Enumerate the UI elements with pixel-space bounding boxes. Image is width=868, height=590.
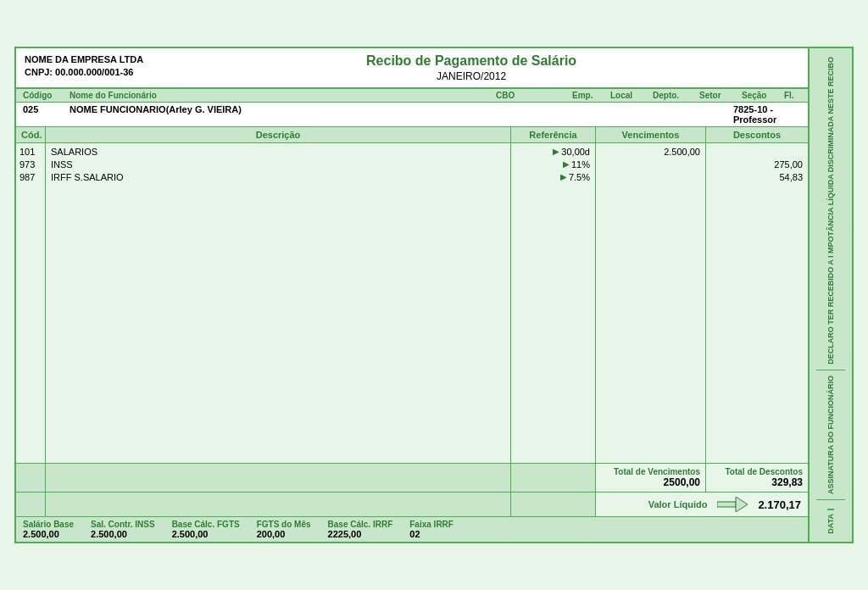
base-calc-fgts-value: 2.500,00: [172, 529, 240, 539]
total-desc-col: Total de Descontos 329,83: [706, 464, 808, 492]
bottom-fgts-mes: FGTS do Mês 200,00: [257, 520, 311, 539]
item-cod-1: 973: [19, 159, 42, 170]
sidebar-divider-2: [816, 499, 845, 500]
item-desc-2: IRFF S.SALARIO: [51, 172, 505, 182]
sidebar-data-label: DATA: [826, 514, 835, 534]
item-cod-2: 987: [19, 172, 42, 182]
col-label-secao: Seção: [742, 91, 776, 100]
item-desc-0: SALARIOS: [51, 147, 505, 157]
col-label-cbo: CBO: [496, 91, 564, 100]
company-name: NOME DA EMPRESA LTDA: [25, 53, 143, 66]
item-desc-val-1: 275,00: [711, 159, 803, 170]
valor-liquido-container: Valor Líquido 2.170,17: [596, 493, 808, 516]
bottom-section: Salário Base 2.500,00 Sal. Contr. INSS 2…: [16, 516, 808, 542]
cod-column: 101 973 987: [16, 143, 46, 464]
valor-liquido-row: Valor Líquido 2.170,17: [16, 492, 808, 516]
item-cod-0: 101: [19, 147, 42, 157]
desc-val-column: 275,00 54,83: [706, 143, 808, 464]
sidebar-text-assinatura: ASSINATURA DO FUNCIONÁRIO: [826, 376, 836, 494]
venc-column: 2.500,00: [596, 143, 706, 464]
col-header-cod: Cód.: [16, 127, 46, 142]
sidebar-line-data: [827, 509, 834, 510]
employee-nome: NOME FUNCIONARIO(Arley G. VIEIRA): [70, 104, 725, 125]
col-header-descricao: Descrição: [46, 127, 511, 142]
company-cnpj: CNPJ: 00.000.000/001-36: [25, 66, 143, 79]
col-header-descontos: Descontos: [706, 127, 808, 142]
arrow-icon: [717, 497, 748, 512]
salario-base-value: 2.500,00: [23, 529, 74, 539]
total-venc-label: Total de Vencimentos: [601, 467, 700, 476]
period: JANEIRO/2012: [143, 70, 799, 82]
base-calc-fgts-label: Base Cálc. FGTS: [172, 520, 240, 529]
col-label-emp: Emp.: [572, 91, 602, 100]
col-header-referencia: Referência: [511, 127, 596, 142]
bottom-salario-base: Salário Base 2.500,00: [23, 520, 74, 539]
col-label-codigo: Código: [23, 91, 61, 100]
bottom-sal-contr-inss: Sal. Contr. INSS 2.500,00: [91, 520, 155, 539]
sidebar-divider-1: [816, 370, 845, 370]
total-desc-label: Total de Descontos: [711, 467, 803, 476]
svg-rect-0: [717, 502, 736, 507]
employee-cbo: 7825-10 - Professor: [733, 104, 801, 125]
bottom-base-calc-irrf: Base Cálc. IRRF 2225,00: [328, 520, 393, 539]
employee-data-row: 025 NOME FUNCIONARIO(Arley G. VIEIRA) 78…: [16, 103, 808, 127]
employee-header: Código Nome do Funcionário CBO Emp. Loca…: [16, 88, 808, 103]
total-desc-value: 329,83: [711, 476, 803, 488]
item-ref-2: ▶ 7.5%: [516, 172, 590, 182]
company-info: NOME DA EMPRESA LTDA CNPJ: 00.000.000/00…: [25, 53, 143, 80]
total-venc-value: 2500,00: [601, 476, 700, 488]
total-venc-col: Total de Vencimentos 2500,00: [596, 464, 706, 492]
employee-codigo: 025: [23, 104, 61, 125]
bottom-faixa-irrf: Faixa IRRF 02: [409, 520, 453, 539]
faixa-irrf-label: Faixa IRRF: [409, 520, 453, 529]
recibo-title: Recibo de Pagamento de Salário: [143, 53, 799, 69]
col-header-vencimentos: Vencimentos: [596, 127, 706, 142]
col-label-fl: Fl.: [784, 91, 801, 100]
col-label-nome: Nome do Funcionário: [70, 91, 487, 100]
item-desc-val-2: 54,83: [711, 172, 803, 182]
sal-contr-inss-label: Sal. Contr. INSS: [91, 520, 155, 529]
title-block: Recibo de Pagamento de Salário JANEIRO/2…: [143, 53, 799, 82]
ref-arrow-0: ▶: [553, 147, 559, 156]
col-label-depto: Depto.: [653, 91, 691, 100]
item-desc-1: INSS: [51, 159, 505, 170]
col-label-local: Local: [610, 91, 644, 100]
valor-liquido-label: Valor Líquido: [648, 499, 708, 509]
fgts-mes-value: 200,00: [257, 529, 311, 539]
salario-base-label: Salário Base: [23, 520, 74, 529]
svg-marker-1: [736, 497, 748, 512]
item-desc-val-0: [711, 147, 803, 157]
ref-arrow-1: ▶: [563, 159, 570, 169]
bottom-base-calc-fgts: Base Cálc. FGTS 2.500,00: [172, 520, 240, 539]
item-venc-0: 2.500,00: [601, 147, 700, 157]
base-calc-irrf-value: 2225,00: [328, 529, 393, 539]
sal-contr-inss-value: 2.500,00: [91, 529, 155, 539]
fgts-mes-label: FGTS do Mês: [257, 520, 311, 529]
valor-liquido-value: 2.170,17: [758, 498, 801, 511]
faixa-irrf-value: 02: [409, 529, 453, 539]
sidebar: DECLARO TER RECEBIDO A I MPOTÂNCIA LÍQUI…: [810, 48, 852, 543]
item-ref-1: ▶ 11%: [516, 159, 590, 170]
totals-row: Total de Vencimentos 2500,00 Total de De…: [16, 463, 808, 492]
col-label-setor: Setor: [699, 91, 733, 100]
ref-column: ▶ 30,00d ▶ 11% ▶ 7.5%: [511, 143, 596, 464]
ref-arrow-2: ▶: [560, 172, 567, 181]
base-calc-irrf-label: Base Cálc. IRRF: [328, 520, 393, 529]
sidebar-text-declaro: DECLARO TER RECEBIDO A I MPOTÂNCIA LÍQUI…: [826, 57, 836, 365]
item-ref-0: ▶ 30,00d: [516, 147, 590, 157]
desc-column: SALARIOS INSS IRFF S.SALARIO: [46, 143, 511, 464]
